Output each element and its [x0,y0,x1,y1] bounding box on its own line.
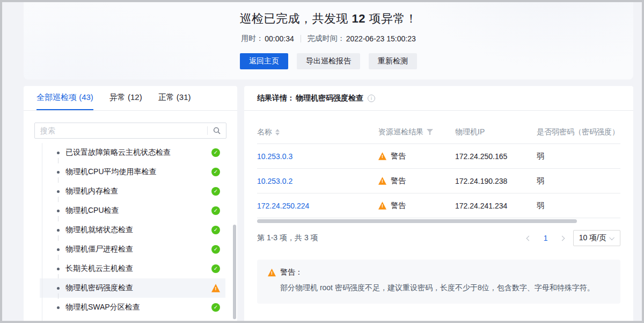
page-title-prefix: 巡检已完成，共发现 [239,12,352,25]
status-icon [211,303,220,312]
column-result: 资源巡检结果 [378,127,455,137]
next-page-button[interactable] [556,232,569,245]
check-item-label: 长期关机云主机检查 [65,264,133,274]
column-name: 名称 [257,127,378,137]
sort-icon[interactable] [275,129,280,135]
check-item[interactable]: 物理机就绪状态检查 [40,220,225,240]
check-item-label: 物理机内存检查 [65,186,118,196]
status-icon [211,148,220,157]
warning-icon [378,177,386,185]
chevron-down-icon [609,235,614,240]
column-weak-password: 是否弱密码（密码强度） [537,127,620,137]
table-row: 10.253.0.3 警告 172.24.250.165 弱 [257,144,620,169]
table-row: 10.253.0.2 警告 172.24.190.238 弱 [257,169,620,193]
detail-header: 结果详情：物理机密码强度检查 [244,86,633,111]
host-name-link[interactable]: 172.24.250.224 [257,202,378,210]
column-weak-password-label: 是否弱密码（密码强度） [537,127,619,137]
status-icon [211,206,220,215]
result-detail-panel: 结果详情：物理机密码强度检查 名称 资源巡检结果 物理机IP 是否弱密码（密码强… [244,86,633,321]
pagination-controls: 1 10 项/页 [523,230,620,246]
recheck-button[interactable]: 重新检测 [369,53,417,69]
warning-icon [268,269,276,277]
check-item-label: 物理机僵尸进程检查 [65,245,133,254]
warning-title-row: 警告： [268,268,610,277]
horizontal-scrollbar [257,219,620,223]
duration-label: 用时： [241,34,264,44]
status-icon [211,264,220,273]
status-icon [211,284,220,292]
pagination: 第 1-3 项，共 3 项 1 10 项/页 [257,229,620,247]
duration-value: 00:00:34 [265,34,294,43]
tab-normal[interactable]: 正常 (31) [158,86,191,110]
anomaly-count: 12 [352,12,365,25]
status-icon [211,187,220,196]
check-item-label: 物理机CPU平均使用率检查 [65,167,157,177]
check-item[interactable]: 已设置故障策略云主机状态检查 [40,143,225,162]
host-name-link[interactable]: 10.253.0.3 [257,152,378,161]
result-text: 警告 [391,176,406,186]
horizontal-scrollbar-thumb[interactable] [257,219,577,223]
column-ip: 物理机IP [455,127,537,137]
host-name-link[interactable]: 10.253.0.2 [257,177,378,185]
checks-panel: 全部巡检项 (43) 异常 (12) 正常 (31) 已设置故障策略云主机状态检… [24,86,237,321]
meta-divider [301,35,301,42]
info-icon[interactable] [368,95,375,102]
ip-cell: 172.24.250.165 [455,152,537,161]
table-row: 172.24.250.224 警告 172.24.241.234 弱 [257,193,620,218]
page-size-select[interactable]: 10 项/页 [573,230,620,246]
page-size-value: 10 项/页 [579,233,606,243]
warning-icon [378,152,386,160]
check-item-selected[interactable]: 物理机密码强度检查 [40,278,225,298]
page-title: 巡检已完成，共发现 12 项异常！ [24,2,633,27]
export-report-button[interactable]: 导出巡检报告 [297,53,360,69]
status-icon [211,245,220,254]
page-title-suffix: 项异常！ [365,12,418,25]
warning-title: 警告： [280,268,303,277]
column-name-label: 名称 [257,127,272,137]
check-item[interactable]: 物理机内存检查 [40,182,225,201]
status-icon [211,226,220,234]
table-header-row: 名称 资源巡检结果 物理机IP 是否弱密码（密码强度） [257,120,620,144]
ip-cell: 172.24.190.238 [455,177,537,185]
detail-title-value: 物理机密码强度检查 [296,94,363,103]
tab-abnormal[interactable]: 异常 (12) [109,86,142,110]
search-input[interactable] [35,123,207,138]
summary-card: 巡检已完成，共发现 12 项异常！ 用时： 00:00:34 完成时间： 202… [24,2,633,80]
search-box [34,123,226,139]
warning-message-box: 警告： 部分物理机 root 密码强度不足，建议重设密码，长度不少于8位，包含数… [257,260,620,304]
check-item[interactable]: 物理机僵尸进程检查 [40,240,225,259]
back-home-button[interactable]: 返回主页 [240,53,288,69]
prev-page-button[interactable] [523,232,536,245]
page-number[interactable]: 1 [540,234,552,242]
checks-tabs: 全部巡检项 (43) 异常 (12) 正常 (31) [24,86,237,111]
result-cell: 警告 [378,152,455,161]
result-text: 警告 [391,201,406,211]
inspection-result-screen: 巡检已完成，共发现 12 项异常！ 用时： 00:00:34 完成时间： 202… [0,0,644,323]
vertical-scrollbar-thumb[interactable] [233,225,236,319]
check-item-label: 物理机就绪状态检查 [65,225,133,235]
check-item-label: 物理机CPU检查 [65,206,119,216]
search-icon[interactable] [208,123,226,138]
ip-cell: 172.24.241.234 [455,202,537,210]
column-result-label: 资源巡检结果 [378,127,423,137]
summary-actions: 返回主页 导出巡检报告 重新检测 [24,53,633,69]
result-text: 警告 [391,152,406,161]
check-item[interactable]: 长期关机云主机检查 [40,259,225,278]
check-item[interactable]: 物理机SWAP分区检查 [40,298,225,317]
finish-time-value: 2022-06-23 15:00:23 [346,34,416,43]
check-item-label: 已设置故障策略云主机状态检查 [65,148,171,157]
check-item[interactable]: 物理机CPU检查 [40,201,225,220]
warning-message: 部分物理机 root 密码强度不足，建议重设密码，长度不少于8位，包含数字、字母… [280,282,610,293]
tab-all-checks[interactable]: 全部巡检项 (43) [36,86,93,110]
warning-icon [378,202,386,210]
summary-meta: 用时： 00:00:34 完成时间： 2022-06-23 15:00:23 [24,34,633,44]
filter-icon[interactable] [427,129,433,135]
result-cell: 警告 [378,201,455,211]
check-item-label: 物理机SWAP分区检查 [65,303,140,312]
status-icon [211,168,220,176]
detail-title-label: 结果详情： [257,94,295,103]
check-item[interactable]: 物理机CPU平均使用率检查 [40,162,225,182]
weak-password-cell: 弱 [537,176,620,186]
pagination-total: 第 1-3 项，共 3 项 [257,233,318,243]
result-cell: 警告 [378,176,455,186]
